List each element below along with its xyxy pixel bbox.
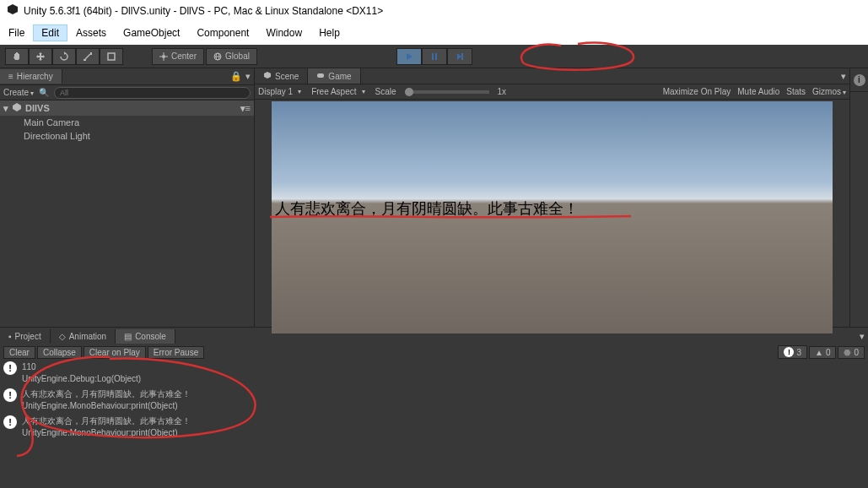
pivot-center-toggle[interactable]: Center [152,48,204,65]
tab-hierarchy[interactable]: ≡ Hierarchy [0,69,62,84]
svg-marker-17 [457,53,461,60]
svg-rect-21 [317,73,324,78]
tab-console[interactable]: ▤ Console [116,329,175,344]
create-dropdown[interactable]: Create▾ [3,88,34,97]
menu-file[interactable]: File [0,24,33,41]
scale-slider[interactable] [405,90,489,94]
warning-icon: ▲ [815,348,823,357]
tab-game[interactable]: Game [308,68,360,84]
inspector-stub: i [849,68,868,327]
stats-toggle[interactable]: Stats [786,87,806,96]
maximize-on-play-toggle[interactable]: Maximize On Play [663,87,731,96]
scene-menu-icon[interactable]: ▾≡ [240,103,251,114]
panel-menu-icon[interactable]: ▾ [841,71,846,82]
info-icon: ! [3,361,17,375]
warn-filter-toggle[interactable]: ▲ 0 [809,346,836,359]
gizmos-dropdown[interactable]: Gizmos▾ [812,87,846,96]
play-button[interactable] [396,48,422,65]
svg-rect-5 [108,53,115,60]
unity-scene-icon [12,102,22,114]
scale-value: 1x [498,87,507,96]
mute-audio-toggle[interactable]: Mute Audio [737,87,779,96]
svg-marker-14 [407,53,412,60]
step-button[interactable] [447,48,472,65]
hierarchy-item-main-camera[interactable]: Main Camera [0,116,254,129]
pause-icon [430,52,439,61]
menu-gameobject[interactable]: GameObject [115,24,188,41]
step-icon [456,52,464,61]
game-icon [316,71,325,81]
folder-icon: ▪ [8,332,12,341]
collapse-toggle[interactable]: Collapse [37,346,82,359]
panel-menu-icon[interactable]: ▾ [860,331,865,342]
svg-rect-16 [435,53,437,60]
console-entry[interactable]: ! 人有悲欢离合，月有阴晴圆缺。此事古难全！ UnityEngine.MonoB… [0,414,868,441]
aspect-dropdown[interactable]: Free Aspect▾ [311,87,364,96]
menubar: File Edit Assets GameObject Component Wi… [0,21,868,45]
scale-tool[interactable] [76,48,100,65]
svg-marker-19 [13,103,21,111]
unity-logo-icon [7,3,19,18]
rect-tool[interactable] [100,48,123,65]
animation-icon: ◇ [59,332,66,341]
search-icon: 🔍 [39,88,49,97]
hierarchy-search[interactable] [54,87,251,99]
pause-button[interactable] [422,48,447,65]
tab-scene[interactable]: Scene [255,68,308,84]
window-title: Unity 5.6.3f1 (64bit) - DllVS.unity - Dl… [24,5,383,17]
game-viewport[interactable]: 人有悲欢离合，月有阴晴圆缺。此事古难全！ [272,101,833,333]
clear-on-play-toggle[interactable]: Clear on Play [84,346,146,359]
tab-animation[interactable]: ◇ Animation [51,329,116,344]
console-list: ! 110 UnityEngine.Debug:Log(Object) ! 人有… [0,360,868,441]
menu-component[interactable]: Component [188,24,257,41]
hierarchy-scene-root[interactable]: ▾ DllVS ▾≡ [0,100,254,116]
game-overlay-text: 人有悲欢离合，月有阴晴圆缺。此事古难全！ [275,198,579,219]
console-entry[interactable]: ! 110 UnityEngine.Debug:Log(Object) [0,360,868,387]
console-entry[interactable]: ! 人有悲欢离合，月有阴晴圆缺。此事古难全！ UnityEngine.MonoB… [0,387,868,414]
titlebar: Unity 5.6.3f1 (64bit) - DllVS.unity - Dl… [0,0,868,21]
chevron-down-icon: ▾ [3,103,8,114]
play-icon [405,52,413,61]
display-dropdown[interactable]: Display 1▾ [258,87,301,96]
center-icon [159,52,168,61]
hierarchy-icon: ≡ [8,72,13,81]
menu-edit[interactable]: Edit [33,24,67,41]
error-pause-toggle[interactable]: Error Pause [148,346,204,359]
svg-marker-1 [64,52,66,55]
info-icon: ! [3,415,17,429]
clear-button[interactable]: Clear [3,346,35,359]
menu-assets[interactable]: Assets [67,24,115,41]
error-icon: ⬣ [844,348,851,357]
scene-icon [263,71,272,81]
info-filter-toggle[interactable]: ! 3 [778,345,807,359]
info-icon: ! [3,388,17,402]
svg-point-6 [162,55,165,58]
scale-label: Scale [375,87,396,96]
globe-icon [213,52,222,61]
svg-rect-15 [432,53,434,60]
svg-rect-18 [461,53,463,60]
console-icon: ▤ [124,332,132,341]
rotate-tool[interactable] [52,48,76,65]
move-tool[interactable] [29,48,52,65]
tab-project[interactable]: ▪ Project [0,329,51,344]
svg-marker-0 [8,4,18,14]
inspector-info-icon[interactable]: i [854,74,865,86]
menu-help[interactable]: Help [310,24,348,41]
hand-tool[interactable] [5,48,29,65]
lock-icon[interactable]: 🔒 [230,71,242,82]
main-toolbar: Center Global [0,45,868,68]
panel-menu-icon[interactable]: ▾ [245,71,251,82]
svg-line-4 [85,54,90,59]
pivot-global-toggle[interactable]: Global [206,48,257,65]
menu-window[interactable]: Window [257,24,310,41]
info-icon: ! [784,347,794,357]
svg-marker-20 [264,72,271,79]
error-filter-toggle[interactable]: ⬣ 0 [838,346,865,359]
hierarchy-item-directional-light[interactable]: Directional Light [0,129,254,143]
